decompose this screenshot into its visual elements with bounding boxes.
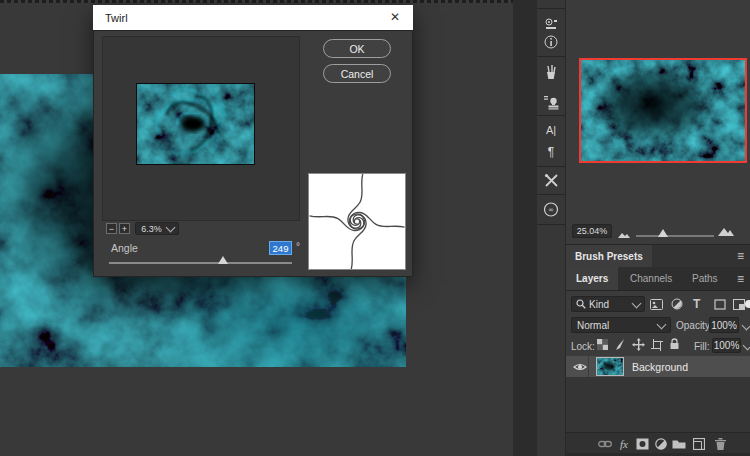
fill-label: Fill: bbox=[694, 341, 710, 352]
lock-all-icon[interactable] bbox=[669, 338, 680, 352]
zoom-level-value: 6.3% bbox=[136, 224, 167, 234]
link-layers-icon[interactable] bbox=[598, 437, 612, 450]
lock-artboard-icon[interactable] bbox=[651, 339, 663, 353]
search-icon bbox=[576, 299, 586, 309]
layers-tabbar: Layers Channels Paths ≡ bbox=[566, 267, 750, 291]
clone-source-panel-icon[interactable] bbox=[543, 95, 559, 111]
filter-shape-layers-icon[interactable] bbox=[714, 299, 726, 312]
tab-layers[interactable]: Layers bbox=[566, 267, 618, 290]
chevron-down-icon bbox=[166, 223, 176, 233]
opacity-label: Opacity: bbox=[676, 320, 713, 331]
info-panel-icon[interactable] bbox=[543, 34, 559, 50]
twirl-curve-diagram bbox=[308, 173, 406, 270]
navigator-zoom-slider-track[interactable] bbox=[636, 235, 714, 237]
navigator-proxy-view[interactable] bbox=[579, 58, 747, 163]
close-icon[interactable]: ✕ bbox=[387, 9, 403, 25]
zoom-out-button[interactable]: − bbox=[106, 223, 117, 234]
panel-menu-icon[interactable]: ≡ bbox=[737, 273, 744, 285]
cancel-button[interactable]: Cancel bbox=[323, 64, 391, 83]
layers-bottom-bar: fx bbox=[566, 432, 750, 454]
layers-empty-area bbox=[566, 377, 750, 432]
lock-position-icon[interactable] bbox=[632, 338, 645, 353]
tab-channels[interactable]: Channels bbox=[622, 267, 680, 290]
dock-divider bbox=[513, 0, 537, 456]
layer-name[interactable]: Background bbox=[632, 361, 688, 373]
creative-cloud-panel-icon[interactable]: ∞ bbox=[543, 201, 559, 217]
new-adjustment-layer-icon[interactable] bbox=[654, 437, 668, 450]
twirl-dialog: Twirl ✕ bbox=[93, 5, 413, 277]
zoom-in-mountain-icon[interactable] bbox=[718, 227, 734, 238]
chevron-down-icon bbox=[657, 319, 667, 329]
filter-type-layers-icon[interactable]: T bbox=[693, 297, 700, 311]
character-panel-icon[interactable]: A| bbox=[543, 122, 559, 138]
navigator-zoom-slider-thumb[interactable] bbox=[658, 229, 668, 237]
new-group-folder-icon[interactable] bbox=[672, 437, 686, 450]
dialog-titlebar[interactable]: Twirl bbox=[93, 5, 413, 30]
twirl-preview-image[interactable] bbox=[136, 83, 255, 165]
adjustments-panel-icon[interactable] bbox=[543, 16, 559, 32]
chevron-down-icon[interactable] bbox=[742, 321, 750, 331]
brush-presets-panel-icon[interactable] bbox=[543, 64, 559, 80]
angle-slider-thumb[interactable] bbox=[218, 256, 228, 264]
navigator-zoom-input[interactable]: 25.04% bbox=[572, 224, 612, 238]
zoom-level-select[interactable]: 6.3% bbox=[135, 222, 179, 235]
delete-layer-trash-icon[interactable] bbox=[713, 437, 727, 450]
lock-transparency-icon[interactable] bbox=[597, 339, 608, 352]
tab-brush-presets[interactable]: Brush Presets bbox=[566, 245, 652, 267]
lock-image-icon[interactable] bbox=[614, 338, 626, 353]
panel-icon-strip: A| ¶ ∞ bbox=[537, 0, 566, 456]
tab-paths[interactable]: Paths bbox=[684, 267, 726, 290]
blend-mode-select[interactable]: Normal bbox=[571, 317, 671, 333]
blend-mode-value: Normal bbox=[577, 320, 658, 331]
chevron-down-icon[interactable] bbox=[743, 341, 750, 351]
chevron-down-icon bbox=[632, 298, 642, 308]
layer-row-background[interactable]: Background bbox=[566, 356, 750, 377]
navigator-panel: 25.04% bbox=[566, 0, 750, 245]
fill-input[interactable]: 100% bbox=[712, 338, 741, 353]
angle-slider-track[interactable] bbox=[109, 262, 292, 264]
new-layer-icon[interactable] bbox=[692, 437, 706, 450]
zoom-in-button[interactable]: + bbox=[119, 223, 130, 234]
visibility-eye-icon[interactable] bbox=[573, 362, 587, 374]
brush-presets-tabbar: Brush Presets ≡ bbox=[566, 245, 750, 268]
filter-adjustment-layers-icon[interactable] bbox=[671, 298, 683, 312]
opacity-input[interactable]: 100% bbox=[709, 317, 739, 333]
layer-column-divider bbox=[588, 356, 589, 377]
dialog-title: Twirl bbox=[105, 12, 128, 24]
paragraph-panel-icon[interactable]: ¶ bbox=[543, 144, 559, 160]
filter-pixel-layers-icon[interactable] bbox=[650, 299, 663, 312]
dialog-body: − + 6.3% OK Cancel Angle 249 bbox=[93, 30, 413, 277]
lock-label: Lock: bbox=[571, 341, 595, 352]
layer-thumbnail[interactable] bbox=[596, 357, 624, 376]
layer-filter-kind-select[interactable]: Kind bbox=[571, 296, 645, 312]
angle-label: Angle bbox=[111, 242, 138, 254]
tool-presets-panel-icon[interactable] bbox=[543, 172, 559, 188]
zoom-out-mountain-icon[interactable] bbox=[618, 229, 630, 240]
svg-text:∞: ∞ bbox=[548, 206, 554, 214]
angle-input[interactable]: 249 bbox=[269, 241, 292, 255]
selection-dashed-edge bbox=[0, 0, 513, 3]
add-mask-icon[interactable] bbox=[635, 437, 649, 450]
ok-button[interactable]: OK bbox=[323, 39, 391, 58]
filter-smart-objects-icon[interactable] bbox=[733, 299, 745, 312]
right-panel-dock: 25.04% Brush Presets ≡ Layers Channels bbox=[565, 0, 750, 456]
photoshop-workspace: Twirl ✕ bbox=[0, 0, 750, 456]
panel-menu-icon[interactable]: ≡ bbox=[737, 250, 744, 262]
layer-filter-toggle[interactable] bbox=[745, 300, 750, 308]
layer-style-fx-icon[interactable]: fx bbox=[617, 437, 631, 450]
layer-filter-value: Kind bbox=[589, 299, 633, 310]
degree-symbol: ° bbox=[296, 241, 300, 252]
